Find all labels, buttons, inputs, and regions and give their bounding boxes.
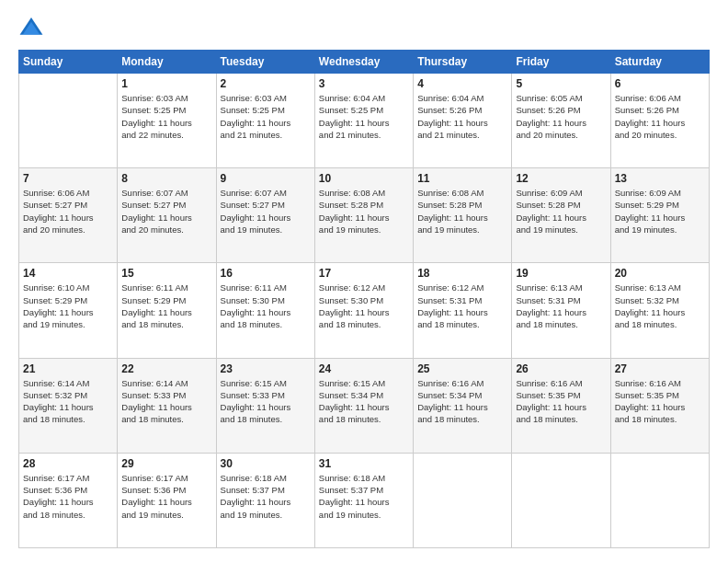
day-info: Sunrise: 6:16 AMSunset: 5:34 PMDaylight:…: [417, 377, 507, 426]
week-row-5: 28 Sunrise: 6:17 AMSunset: 5:36 PMDaylig…: [19, 453, 710, 547]
calendar-cell: 9 Sunrise: 6:07 AMSunset: 5:27 PMDayligh…: [216, 168, 314, 263]
day-number: 15: [121, 267, 211, 280]
day-info: Sunrise: 6:10 AMSunset: 5:29 PMDaylight:…: [23, 282, 113, 330]
day-number: 31: [319, 457, 409, 470]
calendar-cell: 7 Sunrise: 6:06 AMSunset: 5:27 PMDayligh…: [19, 168, 118, 263]
day-number: 8: [121, 172, 211, 185]
calendar-cell: 11 Sunrise: 6:08 AMSunset: 5:28 PMDaylig…: [414, 168, 512, 263]
day-info: Sunrise: 6:15 AMSunset: 5:34 PMDaylight:…: [319, 377, 409, 426]
day-number: 26: [516, 362, 606, 375]
day-info: Sunrise: 6:13 AMSunset: 5:31 PMDaylight:…: [516, 282, 606, 330]
calendar-cell: 3 Sunrise: 6:04 AMSunset: 5:25 PMDayligh…: [314, 74, 413, 168]
weekday-header-sunday: Sunday: [19, 51, 118, 74]
day-info: Sunrise: 6:04 AMSunset: 5:26 PMDaylight:…: [417, 92, 507, 141]
day-number: 24: [319, 362, 409, 375]
day-number: 7: [23, 172, 113, 185]
day-info: Sunrise: 6:04 AMSunset: 5:25 PMDaylight:…: [319, 92, 409, 141]
day-number: 16: [221, 267, 311, 280]
calendar-cell: 20 Sunrise: 6:13 AMSunset: 5:32 PMDaylig…: [610, 263, 709, 358]
day-info: Sunrise: 6:14 AMSunset: 5:32 PMDaylight:…: [23, 377, 113, 426]
day-info: Sunrise: 6:17 AMSunset: 5:36 PMDaylight:…: [121, 472, 211, 521]
day-info: Sunrise: 6:12 AMSunset: 5:30 PMDaylight:…: [319, 282, 409, 330]
calendar-cell: [19, 74, 118, 168]
logo-icon: [18, 15, 44, 40]
calendar-cell: 14 Sunrise: 6:10 AMSunset: 5:29 PMDaylig…: [19, 263, 118, 358]
calendar-cell: [610, 453, 709, 547]
day-number: 1: [121, 77, 211, 90]
day-info: Sunrise: 6:14 AMSunset: 5:33 PMDaylight:…: [121, 377, 211, 426]
calendar-cell: [414, 453, 512, 547]
day-info: Sunrise: 6:15 AMSunset: 5:33 PMDaylight:…: [221, 377, 311, 426]
day-info: Sunrise: 6:07 AMSunset: 5:27 PMDaylight:…: [221, 187, 311, 236]
calendar-cell: 5 Sunrise: 6:05 AMSunset: 5:26 PMDayligh…: [512, 74, 610, 168]
day-number: 3: [319, 77, 409, 90]
day-number: 14: [23, 267, 113, 280]
weekday-header-row: SundayMondayTuesdayWednesdayThursdayFrid…: [19, 51, 710, 74]
week-row-2: 7 Sunrise: 6:06 AMSunset: 5:27 PMDayligh…: [19, 168, 710, 263]
day-number: 25: [417, 362, 507, 375]
weekday-header-wednesday: Wednesday: [314, 51, 413, 74]
day-info: Sunrise: 6:11 AMSunset: 5:30 PMDaylight:…: [221, 282, 311, 330]
day-info: Sunrise: 6:13 AMSunset: 5:32 PMDaylight:…: [615, 282, 705, 330]
calendar-cell: 28 Sunrise: 6:17 AMSunset: 5:36 PMDaylig…: [19, 453, 118, 547]
page: SundayMondayTuesdayWednesdayThursdayFrid…: [0, 0, 728, 563]
day-number: 20: [615, 267, 705, 280]
calendar-cell: 24 Sunrise: 6:15 AMSunset: 5:34 PMDaylig…: [314, 358, 413, 453]
calendar-cell: 23 Sunrise: 6:15 AMSunset: 5:33 PMDaylig…: [216, 358, 314, 453]
day-number: 4: [417, 77, 507, 90]
calendar-cell: 30 Sunrise: 6:18 AMSunset: 5:37 PMDaylig…: [216, 453, 314, 547]
weekday-header-saturday: Saturday: [610, 51, 709, 74]
day-number: 27: [615, 362, 705, 375]
day-info: Sunrise: 6:08 AMSunset: 5:28 PMDaylight:…: [417, 187, 507, 236]
weekday-header-tuesday: Tuesday: [216, 51, 314, 74]
day-number: 11: [417, 172, 507, 185]
week-row-4: 21 Sunrise: 6:14 AMSunset: 5:32 PMDaylig…: [19, 358, 710, 453]
calendar-cell: 13 Sunrise: 6:09 AMSunset: 5:29 PMDaylig…: [610, 168, 709, 263]
day-info: Sunrise: 6:05 AMSunset: 5:26 PMDaylight:…: [516, 92, 606, 141]
day-info: Sunrise: 6:09 AMSunset: 5:28 PMDaylight:…: [516, 187, 606, 236]
day-number: 23: [221, 362, 311, 375]
calendar-cell: 10 Sunrise: 6:08 AMSunset: 5:28 PMDaylig…: [314, 168, 413, 263]
calendar-cell: 15 Sunrise: 6:11 AMSunset: 5:29 PMDaylig…: [118, 263, 216, 358]
day-info: Sunrise: 6:07 AMSunset: 5:27 PMDaylight:…: [121, 187, 211, 236]
day-number: 12: [516, 172, 606, 185]
calendar-cell: 22 Sunrise: 6:14 AMSunset: 5:33 PMDaylig…: [118, 358, 216, 453]
calendar-cell: 19 Sunrise: 6:13 AMSunset: 5:31 PMDaylig…: [512, 263, 610, 358]
week-row-3: 14 Sunrise: 6:10 AMSunset: 5:29 PMDaylig…: [19, 263, 710, 358]
day-number: 28: [23, 457, 113, 470]
day-info: Sunrise: 6:16 AMSunset: 5:35 PMDaylight:…: [516, 377, 606, 426]
weekday-header-monday: Monday: [118, 51, 216, 74]
day-number: 13: [615, 172, 705, 185]
weekday-header-thursday: Thursday: [414, 51, 512, 74]
day-number: 2: [221, 77, 311, 90]
day-info: Sunrise: 6:06 AMSunset: 5:27 PMDaylight:…: [23, 187, 113, 236]
calendar-cell: 8 Sunrise: 6:07 AMSunset: 5:27 PMDayligh…: [118, 168, 216, 263]
calendar-table: SundayMondayTuesdayWednesdayThursdayFrid…: [18, 50, 710, 548]
calendar-cell: 17 Sunrise: 6:12 AMSunset: 5:30 PMDaylig…: [314, 263, 413, 358]
calendar-cell: 26 Sunrise: 6:16 AMSunset: 5:35 PMDaylig…: [512, 358, 610, 453]
day-number: 6: [615, 77, 705, 90]
calendar-cell: 1 Sunrise: 6:03 AMSunset: 5:25 PMDayligh…: [118, 74, 216, 168]
day-info: Sunrise: 6:16 AMSunset: 5:35 PMDaylight:…: [615, 377, 705, 426]
day-number: 9: [221, 172, 311, 185]
day-number: 10: [319, 172, 409, 185]
day-info: Sunrise: 6:18 AMSunset: 5:37 PMDaylight:…: [221, 472, 311, 521]
day-info: Sunrise: 6:11 AMSunset: 5:29 PMDaylight:…: [121, 282, 211, 330]
day-number: 30: [221, 457, 311, 470]
day-info: Sunrise: 6:17 AMSunset: 5:36 PMDaylight:…: [23, 472, 113, 521]
calendar-cell: [512, 453, 610, 547]
calendar-cell: 27 Sunrise: 6:16 AMSunset: 5:35 PMDaylig…: [610, 358, 709, 453]
day-info: Sunrise: 6:18 AMSunset: 5:37 PMDaylight:…: [319, 472, 409, 521]
day-info: Sunrise: 6:03 AMSunset: 5:25 PMDaylight:…: [121, 92, 211, 141]
calendar-cell: 31 Sunrise: 6:18 AMSunset: 5:37 PMDaylig…: [314, 453, 413, 547]
calendar-cell: 2 Sunrise: 6:03 AMSunset: 5:25 PMDayligh…: [216, 74, 314, 168]
calendar-cell: 6 Sunrise: 6:06 AMSunset: 5:26 PMDayligh…: [610, 74, 709, 168]
day-number: 21: [23, 362, 113, 375]
calendar-cell: 29 Sunrise: 6:17 AMSunset: 5:36 PMDaylig…: [118, 453, 216, 547]
day-number: 17: [319, 267, 409, 280]
day-number: 22: [121, 362, 211, 375]
calendar-cell: 12 Sunrise: 6:09 AMSunset: 5:28 PMDaylig…: [512, 168, 610, 263]
calendar-cell: 4 Sunrise: 6:04 AMSunset: 5:26 PMDayligh…: [414, 74, 512, 168]
day-info: Sunrise: 6:06 AMSunset: 5:26 PMDaylight:…: [615, 92, 705, 141]
day-number: 5: [516, 77, 606, 90]
